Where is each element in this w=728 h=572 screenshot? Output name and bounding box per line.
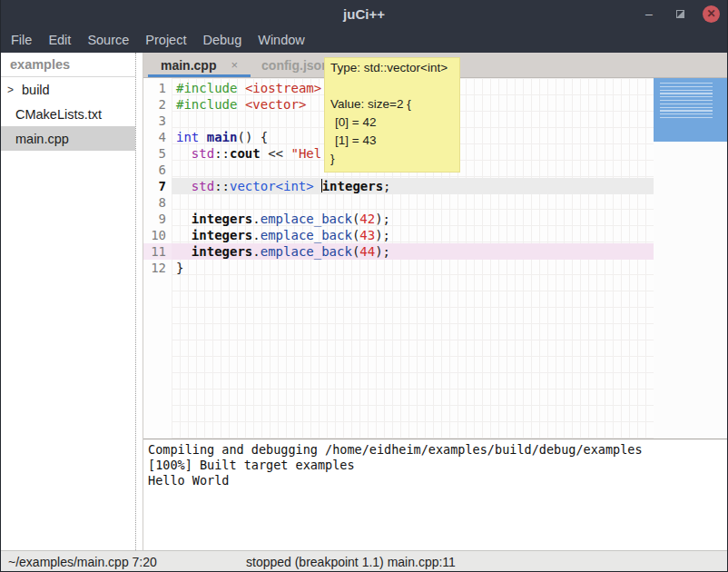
window-title: juCi++ xyxy=(1,6,727,22)
code-token: #include xyxy=(176,97,237,112)
line-number[interactable]: 12 xyxy=(143,260,172,276)
active-tab-underline xyxy=(148,74,251,77)
code-token: <vector> xyxy=(245,97,306,112)
output-line: [100%] Built target examples xyxy=(148,458,727,473)
code-token xyxy=(176,228,192,242)
tree-item-label: CMakeLists.txt xyxy=(15,107,102,122)
code-line-9[interactable]: integers.emplace_back(42); xyxy=(172,211,654,227)
line-number[interactable]: 9 xyxy=(143,211,172,227)
restore-icon xyxy=(676,10,684,18)
code-token: () { xyxy=(237,130,268,144)
code-token: integers xyxy=(322,179,383,193)
code-line-11[interactable]: integers.emplace_back(44); xyxy=(172,243,654,260)
code-token: . xyxy=(252,212,260,226)
line-number[interactable]: 5 xyxy=(143,145,172,162)
code-token: ); xyxy=(375,212,390,226)
code-token: ; xyxy=(383,179,390,193)
minimap[interactable] xyxy=(654,78,727,439)
jucipp-window: juCi++ – ✕ FileEditSourceProjectDebugWin… xyxy=(0,0,728,572)
code-token: std xyxy=(192,146,214,161)
code-token xyxy=(199,130,206,144)
code-token: 44 xyxy=(359,244,375,259)
line-number[interactable]: 2 xyxy=(143,96,172,113)
tree-item-main-cpp[interactable]: main.cpp xyxy=(1,126,135,151)
code-token xyxy=(237,97,244,112)
code-token: integers xyxy=(192,244,252,259)
titlebar: juCi++ – ✕ xyxy=(1,0,727,27)
output-line: Compiling and debugging /home/eidheim/ex… xyxy=(148,442,727,458)
status-file-location: ~/examples/main.cpp 7:20 xyxy=(8,555,157,569)
tab-label: main.cpp xyxy=(161,58,216,73)
tab-main-cpp[interactable]: main.cpp × xyxy=(148,53,251,77)
code-token: :: xyxy=(214,146,230,161)
file-tree-sidebar: examples >buildCMakeLists.txtmain.cpp xyxy=(1,53,136,550)
restore-button[interactable] xyxy=(672,5,688,22)
minimize-button[interactable]: – xyxy=(641,5,657,22)
line-number[interactable]: 4 xyxy=(143,129,172,145)
tree-item-label: build xyxy=(22,83,50,97)
code-token xyxy=(176,244,192,259)
close-icon: ✕ xyxy=(706,8,715,19)
tooltip-value: Value: size=2 { xyxy=(330,97,454,112)
menu-item-edit[interactable]: Edit xyxy=(40,27,79,53)
code-token: 43 xyxy=(359,228,375,242)
code-token: int xyxy=(176,130,199,144)
line-number[interactable]: 3 xyxy=(143,113,172,129)
line-number[interactable]: 1 xyxy=(143,80,172,96)
code-token: integers xyxy=(192,228,252,242)
code-line-8[interactable] xyxy=(172,194,654,211)
line-number[interactable]: 7 xyxy=(143,178,172,194)
statusbar: ~/examples/main.cpp 7:20 stopped (breakp… xyxy=(1,550,727,572)
code-token: . xyxy=(252,244,260,259)
minimap-slider[interactable] xyxy=(654,78,727,142)
tree-item-label: main.cpp xyxy=(15,132,69,146)
code-token: integers xyxy=(192,212,252,226)
code-token: vector<int> xyxy=(230,179,314,193)
tree-item-cmakelists-txt[interactable]: CMakeLists.txt xyxy=(1,102,135,126)
close-button[interactable]: ✕ xyxy=(703,5,720,23)
code-token xyxy=(176,179,192,193)
status-debug-state: stopped (breakpoint 1.1) main.cpp:11 xyxy=(246,555,456,569)
code-token: emplace_back xyxy=(261,228,352,242)
code-token xyxy=(237,81,244,95)
line-number[interactable]: 11 xyxy=(143,243,172,260)
line-number[interactable]: 8 xyxy=(143,194,172,211)
code-token: 42 xyxy=(359,212,375,226)
code-token: "Hel xyxy=(290,146,321,161)
tooltip-brace: } xyxy=(330,152,454,166)
code-token: #include xyxy=(176,81,237,95)
tooltip-entry: [1] = 43 xyxy=(330,133,454,148)
code-line-10[interactable]: integers.emplace_back(43); xyxy=(172,227,654,243)
menubar: FileEditSourceProjectDebugWindow xyxy=(1,27,727,53)
chevron-right-icon[interactable]: > xyxy=(7,84,21,96)
menu-item-project[interactable]: Project xyxy=(137,27,194,53)
output-line: Hello World xyxy=(148,473,727,488)
code-token: emplace_back xyxy=(261,244,352,259)
menu-item-source[interactable]: Source xyxy=(79,27,137,53)
line-number[interactable]: 6 xyxy=(143,162,172,178)
tooltip-type: Type: std::vector<int> xyxy=(330,61,454,75)
menu-item-debug[interactable]: Debug xyxy=(194,27,250,53)
tab-close-icon[interactable]: × xyxy=(231,58,238,72)
line-number[interactable]: 10 xyxy=(143,227,172,243)
code-line-7[interactable]: std::vector<int> integers; xyxy=(172,178,654,194)
tooltip-entry: [0] = 42 xyxy=(330,115,454,130)
line-number-gutter: 123456789101112 xyxy=(143,78,172,439)
code-token xyxy=(176,212,192,226)
code-token: :: xyxy=(214,179,230,193)
code-token: <iostream> xyxy=(245,81,321,95)
window-controls: – ✕ xyxy=(641,0,720,27)
code-line-12[interactable]: } xyxy=(172,260,654,276)
code-token: ); xyxy=(375,244,390,259)
tab-label: config.json xyxy=(261,58,330,73)
tree-item-build[interactable]: >build xyxy=(1,77,135,102)
menu-item-file[interactable]: File xyxy=(3,27,40,53)
code-token: emplace_back xyxy=(261,212,352,226)
menu-item-window[interactable]: Window xyxy=(250,27,313,53)
code-token: cout xyxy=(230,146,261,161)
build-output-panel: Compiling and debugging /home/eidheim/ex… xyxy=(143,439,727,550)
file-tree-items: >buildCMakeLists.txtmain.cpp xyxy=(1,77,135,151)
code-token: main xyxy=(207,130,238,144)
debug-value-tooltip: Type: std::vector<int> Value: size=2 { [… xyxy=(324,57,460,173)
pane-splitter[interactable] xyxy=(136,53,143,550)
